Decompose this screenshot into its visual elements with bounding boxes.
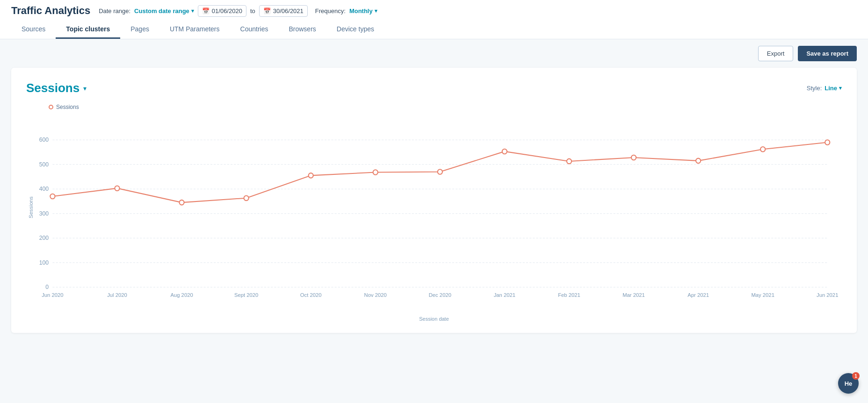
legend-dot bbox=[49, 105, 53, 109]
frequency-label: Frequency: bbox=[315, 7, 346, 14]
export-button[interactable]: Export bbox=[758, 46, 794, 61]
svg-point-25 bbox=[760, 147, 765, 152]
chevron-down-icon-style: ▾ bbox=[839, 85, 842, 91]
tab-utm-parameters[interactable]: UTM Parameters bbox=[159, 21, 230, 39]
frequency-button[interactable]: Monthly ▾ bbox=[349, 7, 377, 14]
svg-point-17 bbox=[244, 195, 248, 201]
style-control: Style: Line ▾ bbox=[807, 85, 842, 92]
svg-point-16 bbox=[179, 200, 184, 205]
chevron-down-icon-freq: ▾ bbox=[375, 8, 377, 14]
calendar-icon-2: 📅 bbox=[263, 7, 271, 14]
chart-area: 0100200300400500600Jun 2020Jul 2020Aug 2… bbox=[26, 118, 842, 314]
tab-device-types[interactable]: Device types bbox=[326, 21, 384, 39]
save-report-button[interactable]: Save as report bbox=[798, 46, 857, 61]
svg-text:Jun 2020: Jun 2020 bbox=[42, 292, 63, 298]
toolbar: Export Save as report bbox=[0, 39, 868, 68]
svg-point-19 bbox=[373, 170, 378, 175]
svg-point-24 bbox=[696, 158, 701, 164]
chart-card: Sessions ▾ Style: Line ▾ Sessions 010020… bbox=[11, 68, 857, 333]
svg-text:Sessions: Sessions bbox=[28, 196, 34, 218]
svg-text:Oct 2020: Oct 2020 bbox=[300, 292, 322, 298]
page-header: Traffic Analytics Date range: Custom dat… bbox=[0, 0, 868, 39]
svg-text:Sept 2020: Sept 2020 bbox=[234, 292, 258, 298]
calendar-icon: 📅 bbox=[202, 7, 210, 14]
legend-label: Sessions bbox=[56, 104, 79, 110]
svg-text:Jun 2021: Jun 2021 bbox=[817, 292, 838, 298]
tab-countries[interactable]: Countries bbox=[230, 21, 279, 39]
svg-point-18 bbox=[309, 173, 313, 178]
svg-text:Nov 2020: Nov 2020 bbox=[364, 292, 387, 298]
chart-header: Sessions ▾ Style: Line ▾ bbox=[26, 81, 842, 95]
svg-text:500: 500 bbox=[39, 161, 49, 168]
chart-legend: Sessions bbox=[49, 104, 842, 110]
header-top: Traffic Analytics Date range: Custom dat… bbox=[11, 5, 857, 21]
date-range-button[interactable]: Custom date range ▾ bbox=[134, 7, 194, 14]
svg-text:300: 300 bbox=[39, 210, 49, 217]
svg-point-14 bbox=[50, 194, 55, 199]
svg-point-26 bbox=[825, 140, 830, 145]
chart-title-dropdown-icon[interactable]: ▾ bbox=[83, 85, 87, 92]
svg-text:Jul 2020: Jul 2020 bbox=[107, 292, 127, 298]
chevron-down-icon: ▾ bbox=[191, 8, 194, 14]
app-title: Traffic Analytics bbox=[11, 5, 90, 17]
svg-point-23 bbox=[631, 155, 636, 160]
style-dropdown-button[interactable]: Line ▾ bbox=[825, 85, 842, 92]
date-controls: Date range: Custom date range ▾ 📅 01/06/… bbox=[99, 5, 377, 17]
chart-title-area: Sessions ▾ bbox=[26, 81, 87, 95]
date-from-field[interactable]: 📅 01/06/2020 bbox=[198, 5, 246, 17]
tab-browsers[interactable]: Browsers bbox=[278, 21, 326, 39]
tab-topic-clusters[interactable]: Topic clusters bbox=[56, 21, 120, 39]
nav-tabs: SourcesTopic clustersPagesUTM Parameters… bbox=[11, 21, 857, 39]
svg-text:May 2021: May 2021 bbox=[751, 292, 774, 298]
svg-text:Dec 2020: Dec 2020 bbox=[429, 292, 451, 298]
svg-text:Apr 2021: Apr 2021 bbox=[687, 292, 709, 298]
svg-point-22 bbox=[567, 159, 571, 164]
svg-text:0: 0 bbox=[45, 284, 49, 290]
tab-sources[interactable]: Sources bbox=[11, 21, 56, 39]
svg-point-21 bbox=[502, 149, 507, 154]
svg-point-20 bbox=[438, 169, 442, 174]
svg-text:Jan 2021: Jan 2021 bbox=[494, 292, 515, 298]
date-to-field[interactable]: 📅 30/06/2021 bbox=[259, 5, 308, 17]
to-label: to bbox=[250, 7, 255, 14]
svg-text:Mar 2021: Mar 2021 bbox=[622, 292, 645, 298]
svg-text:100: 100 bbox=[39, 259, 49, 266]
style-label: Style: bbox=[807, 85, 822, 92]
chart-title[interactable]: Sessions bbox=[26, 81, 80, 95]
svg-point-15 bbox=[115, 186, 119, 191]
svg-text:600: 600 bbox=[39, 137, 49, 143]
chart-svg: 0100200300400500600Jun 2020Jul 2020Aug 2… bbox=[26, 118, 842, 314]
svg-text:Aug 2020: Aug 2020 bbox=[170, 292, 193, 298]
svg-text:400: 400 bbox=[39, 186, 49, 192]
tab-pages[interactable]: Pages bbox=[120, 21, 159, 39]
svg-text:200: 200 bbox=[39, 235, 49, 241]
x-axis-label: Session date bbox=[26, 316, 842, 322]
svg-text:Feb 2021: Feb 2021 bbox=[558, 292, 580, 298]
date-range-label: Date range: bbox=[99, 7, 130, 14]
